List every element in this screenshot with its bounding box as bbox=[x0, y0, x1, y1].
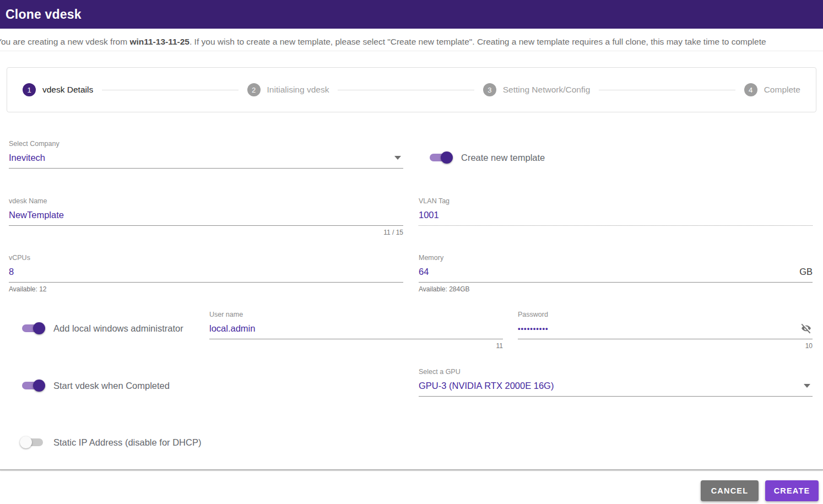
create-new-template-row: Create new template bbox=[427, 150, 545, 165]
vdesk-name-label: vdesk Name bbox=[9, 197, 403, 205]
step-initialising-vdesk: 2 Initialising vdesk bbox=[247, 83, 329, 96]
static-ip-row: Static IP Address (disable for DHCP) bbox=[20, 435, 201, 449]
step-number: 2 bbox=[247, 83, 261, 96]
clone-vdesk-dialog: Clone vdesk You are creating a new vdesk… bbox=[0, 0, 823, 504]
source-vdesk-name: win11-13-11-25 bbox=[129, 37, 189, 46]
username-field[interactable]: User name local.admin 11 bbox=[209, 310, 503, 350]
step-number: 1 bbox=[23, 83, 36, 96]
subtitle-text: You are creating a new vdesk from win11-… bbox=[0, 36, 822, 47]
username-counter: 11 bbox=[209, 342, 503, 350]
vdesk-name-counter: 11 / 15 bbox=[9, 229, 403, 236]
step-setting-network-config: 3 Setting Network/Config bbox=[483, 83, 591, 96]
gpu-select[interactable]: Select a GPU GPU-3 (NVIDIA RTX 2000E 16G… bbox=[419, 367, 813, 397]
vlan-tag-value: 1001 bbox=[419, 210, 439, 220]
step-vdesk-details: 1 vdesk Details bbox=[23, 83, 93, 96]
password-label: Password bbox=[518, 310, 813, 319]
field-underline bbox=[419, 396, 813, 397]
add-local-admin-row: Add local windows administrator bbox=[20, 321, 183, 335]
dialog-header: Clone vdesk bbox=[0, 0, 823, 29]
memory-label: Memory bbox=[419, 253, 813, 262]
vdesk-name-field[interactable]: vdesk Name NewTemplate 11 / 15 bbox=[9, 197, 403, 236]
step-connector bbox=[102, 90, 238, 90]
dialog-title: Clone vdesk bbox=[6, 7, 82, 22]
field-underline bbox=[209, 339, 503, 339]
company-select[interactable]: Select Company Inevitech bbox=[9, 139, 403, 169]
step-label: Setting Network/Config bbox=[503, 85, 591, 95]
password-counter: 10 bbox=[518, 342, 813, 350]
step-number: 3 bbox=[483, 83, 496, 96]
create-button[interactable]: CREATE bbox=[765, 480, 819, 501]
vcpus-label: vCPUs bbox=[9, 253, 403, 262]
company-value: Inevitech bbox=[9, 153, 45, 163]
start-vdesk-label: Start vdesk when Completed bbox=[53, 381, 170, 391]
footer-divider bbox=[0, 469, 823, 470]
step-connector bbox=[599, 90, 735, 90]
memory-value[interactable]: 64 bbox=[419, 267, 429, 277]
field-underline bbox=[9, 225, 403, 226]
vdesk-name-value[interactable]: NewTemplate bbox=[9, 210, 64, 220]
static-ip-toggle[interactable] bbox=[20, 436, 45, 448]
step-connector bbox=[338, 90, 474, 90]
vcpus-value[interactable]: 8 bbox=[9, 267, 14, 277]
vlan-tag-field: VLAN Tag 1001 bbox=[419, 197, 813, 226]
step-label: Initialising vdesk bbox=[267, 85, 329, 95]
gpu-value: GPU-3 (NVIDIA RTX 2000E 16G) bbox=[419, 381, 554, 391]
add-local-admin-label: Add local windows administrator bbox=[53, 323, 183, 334]
subtitle-suffix: . If you wish to create a new template, … bbox=[189, 37, 766, 46]
eye-off-icon[interactable] bbox=[800, 322, 813, 335]
create-new-template-label: Create new template bbox=[461, 153, 545, 163]
divider bbox=[0, 51, 823, 51]
stepper: 1 vdesk Details 2 Initialising vdesk 3 S… bbox=[7, 67, 816, 112]
start-vdesk-row: Start vdesk when Completed bbox=[20, 378, 170, 393]
field-underline bbox=[9, 168, 403, 169]
chevron-down-icon[interactable] bbox=[804, 384, 810, 388]
password-value[interactable]: •••••••••• bbox=[518, 324, 549, 333]
gpu-label: Select a GPU bbox=[419, 367, 813, 376]
start-vdesk-toggle[interactable] bbox=[20, 380, 45, 392]
memory-field[interactable]: Memory 64 GB Available: 284GB bbox=[419, 253, 813, 293]
subtitle-prefix: You are creating a new vdesk from bbox=[0, 37, 129, 46]
field-underline bbox=[518, 339, 813, 339]
cancel-button[interactable]: CANCEL bbox=[701, 480, 759, 501]
step-number: 4 bbox=[744, 83, 757, 96]
vcpus-hint: Available: 12 bbox=[9, 285, 403, 293]
username-label: User name bbox=[209, 310, 503, 319]
memory-hint: Available: 284GB bbox=[419, 285, 813, 293]
company-label: Select Company bbox=[9, 139, 403, 148]
field-underline bbox=[419, 282, 813, 283]
password-field[interactable]: Password •••••••••• 10 bbox=[518, 310, 813, 350]
chevron-down-icon[interactable] bbox=[394, 156, 401, 160]
memory-unit: GB bbox=[799, 267, 813, 277]
step-label: Complete bbox=[764, 85, 800, 95]
vlan-tag-label: VLAN Tag bbox=[419, 197, 813, 205]
username-value[interactable]: local.admin bbox=[209, 323, 255, 334]
step-complete: 4 Complete bbox=[744, 83, 800, 96]
add-local-admin-toggle[interactable] bbox=[20, 322, 45, 334]
static-ip-label: Static IP Address (disable for DHCP) bbox=[53, 437, 201, 448]
field-underline bbox=[9, 282, 403, 283]
field-underline bbox=[419, 225, 813, 226]
step-label: vdesk Details bbox=[42, 85, 93, 95]
vcpus-field[interactable]: vCPUs 8 Available: 12 bbox=[9, 253, 403, 293]
create-new-template-toggle[interactable] bbox=[427, 151, 453, 164]
